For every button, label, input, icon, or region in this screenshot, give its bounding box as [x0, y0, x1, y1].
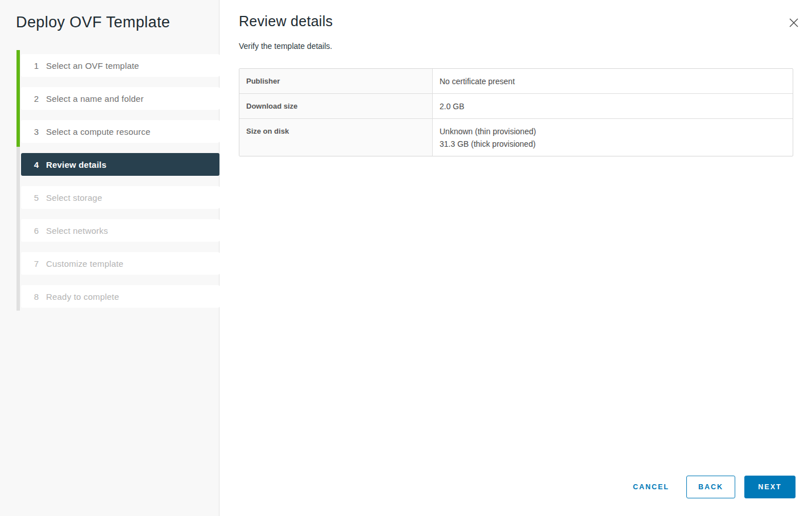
- step-review-details[interactable]: 4 Review details: [21, 153, 219, 176]
- step-label: Select storage: [46, 193, 102, 203]
- row-value: 2.0 GB: [433, 94, 793, 118]
- step-number: 8: [32, 292, 40, 302]
- row-label: Download size: [239, 94, 433, 118]
- step-select-storage: 5 Select storage: [21, 186, 219, 209]
- value-line: 31.3 GB (thick provisioned): [440, 139, 786, 149]
- progress-bar-remaining: [16, 147, 20, 311]
- step-select-name-folder[interactable]: 2 Select a name and folder: [21, 87, 219, 110]
- step-label: Select an OVF template: [46, 61, 139, 71]
- row-value: No certificate present: [433, 69, 793, 93]
- close-icon[interactable]: [787, 16, 801, 30]
- progress-bar-completed: [16, 50, 20, 147]
- cancel-button[interactable]: CANCEL: [632, 476, 670, 498]
- step-select-compute-resource[interactable]: 3 Select a compute resource: [21, 120, 219, 143]
- step-label: Ready to complete: [46, 292, 119, 302]
- table-row-size-on-disk: Size on disk Unknown (thin provisioned) …: [239, 119, 793, 156]
- step-label: Select a compute resource: [46, 127, 150, 137]
- deploy-ovf-template-dialog: Deploy OVF Template 1 Select an OVF temp…: [0, 0, 812, 516]
- step-label: Customize template: [46, 259, 123, 269]
- step-select-networks: 6 Select networks: [21, 219, 219, 242]
- step-number: 4: [32, 160, 40, 170]
- row-label: Size on disk: [239, 119, 433, 156]
- next-button[interactable]: NEXT: [744, 476, 796, 498]
- row-value: Unknown (thin provisioned) 31.3 GB (thic…: [433, 119, 793, 156]
- wizard-sidebar: Deploy OVF Template 1 Select an OVF temp…: [0, 0, 219, 516]
- step-number: 6: [32, 226, 40, 236]
- table-row-download-size: Download size 2.0 GB: [239, 94, 793, 119]
- review-details-table: Publisher No certificate present Downloa…: [239, 68, 793, 156]
- page-title: Review details: [239, 13, 812, 30]
- step-customize-template: 7 Customize template: [21, 252, 219, 275]
- step-label: Review details: [46, 160, 106, 170]
- step-number: 7: [32, 259, 40, 269]
- row-label: Publisher: [239, 69, 433, 93]
- step-ready-to-complete: 8 Ready to complete: [21, 285, 219, 308]
- dialog-title: Deploy OVF Template: [16, 14, 170, 31]
- value-line: 2.0 GB: [440, 101, 786, 112]
- step-label: Select a name and folder: [46, 94, 144, 104]
- value-line: Unknown (thin provisioned): [440, 126, 786, 137]
- back-button[interactable]: BACK: [686, 476, 735, 498]
- page-subtitle: Verify the template details.: [239, 42, 812, 51]
- step-label: Select networks: [46, 226, 108, 236]
- wizard-steps: 1 Select an OVF template 2 Select a name…: [0, 54, 219, 318]
- step-number: 2: [32, 94, 40, 104]
- wizard-footer-actions: CANCEL BACK NEXT: [632, 476, 796, 498]
- step-number: 3: [32, 127, 40, 137]
- wizard-main-panel: Review details Verify the template detai…: [219, 0, 812, 516]
- step-number: 1: [32, 61, 40, 71]
- step-select-ovf-template[interactable]: 1 Select an OVF template: [21, 54, 219, 77]
- step-number: 5: [32, 193, 40, 203]
- table-row-publisher: Publisher No certificate present: [239, 69, 793, 94]
- value-line: No certificate present: [440, 76, 786, 86]
